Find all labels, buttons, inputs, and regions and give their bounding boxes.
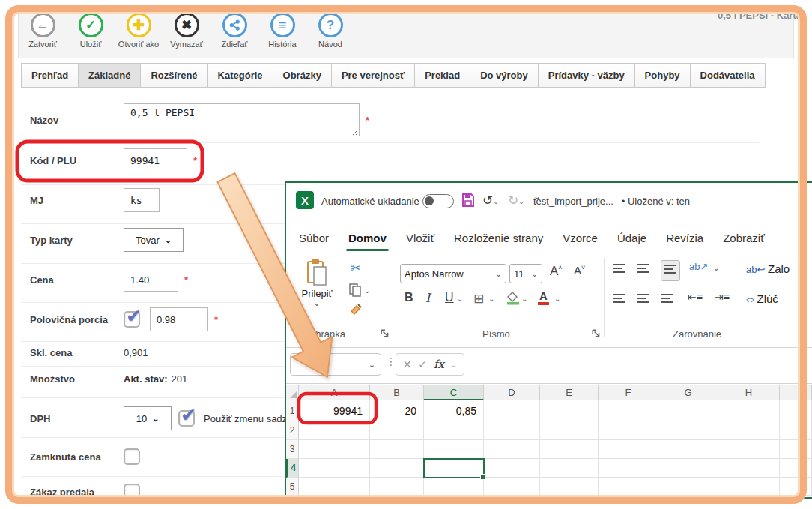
dialog-launcher-icon[interactable] [592,329,601,338]
column-header-e[interactable]: E [540,385,599,400]
tab-do-vyroby[interactable]: Do výroby [470,63,539,88]
nazov-input[interactable]: 0,5 l PEPSI [124,103,360,136]
share-button[interactable]: Zdieľať [210,13,258,49]
column-header-a[interactable]: A [299,385,370,400]
cell-g4[interactable] [658,459,718,478]
row-header-5[interactable]: 5 [286,478,299,496]
format-painter-icon[interactable] [349,303,363,316]
wrap-text-button[interactable]: ab↩ Zalo [746,262,790,275]
cell-e5[interactable] [540,478,599,496]
tab-pre-verejnost[interactable]: Pre verejnosť [331,63,415,88]
cancel-entry-icon[interactable]: ✕ [403,358,412,370]
save-button[interactable]: ✓ Uložiť [67,13,115,49]
cell-a5[interactable] [299,478,370,496]
cell-b1[interactable]: 20 [370,400,424,421]
align-top-icon[interactable] [613,262,626,277]
ribbon-tab-udaje[interactable]: Údaje [608,223,656,253]
cena-input[interactable] [124,268,178,292]
mj-input[interactable] [124,188,160,212]
cell-h1[interactable] [718,400,780,421]
row-header-1[interactable]: 1 [286,400,299,421]
typ-karty-select[interactable]: Tovar ⌄ [124,228,184,252]
copy-icon[interactable] [349,283,361,297]
help-button[interactable]: ? Návod [306,13,354,49]
increase-font-icon[interactable]: A˄ [550,264,563,279]
dph-select[interactable]: 10 ⌄ [124,406,172,430]
tab-dodavatelia[interactable]: Dodávatelia [690,63,766,88]
redo-icon[interactable]: ↻⌄ [508,193,524,208]
tab-pridavky-vazby[interactable]: Prídavky - väzby [538,63,635,88]
column-header-f[interactable]: F [599,385,658,400]
cell-b3[interactable] [370,440,424,459]
cell-h5[interactable] [718,478,780,496]
polovicna-porcia-input[interactable] [150,307,208,331]
cell-d1[interactable] [484,400,540,421]
increase-indent-icon[interactable]: ⇥≡ [715,291,730,303]
formula-input[interactable] [470,353,809,376]
orientation-icon[interactable]: ab↗ [689,261,708,272]
cell-f3[interactable] [599,440,658,459]
ribbon-tab-vzorce[interactable]: Vzorce [553,223,608,253]
cell-f1[interactable] [599,400,658,421]
align-left-icon[interactable] [613,292,626,307]
cell-a2[interactable] [299,421,370,440]
cell-e1[interactable] [540,400,599,421]
cell-b4[interactable] [370,459,424,478]
ribbon-tab-rozlozenie-strany[interactable]: Rozloženie strany [444,223,553,253]
formula-bar-grip[interactable]: ⋮ [386,355,396,367]
cell-e3[interactable] [540,440,599,459]
ribbon-tab-domov[interactable]: Domov [339,223,396,253]
chevron-down-icon[interactable]: ⌄ [364,286,370,295]
font-size-combo[interactable]: 11 ⌄ [509,264,542,283]
tab-rozsirene[interactable]: Rozšírené [140,63,207,88]
cell-f4[interactable] [599,459,658,478]
column-header-d[interactable]: D [484,385,540,400]
dialog-launcher-icon[interactable] [381,329,390,338]
cell-c4[interactable] [424,459,484,478]
chevron-down-icon[interactable]: ⌄ [713,264,719,272]
font-color-icon[interactable]: A [538,289,549,305]
cell-h3[interactable] [718,440,780,459]
cell-g5[interactable] [658,478,718,496]
tab-preklad[interactable]: Preklad [414,63,470,88]
cell-d2[interactable] [484,421,540,440]
dph-change-checkbox[interactable] [178,410,195,427]
cell-b2[interactable] [370,421,424,440]
chevron-down-icon[interactable]: ⌄ [451,361,457,369]
open-as-button[interactable]: ✚ Otvoriť ako [115,13,163,49]
ribbon-tab-zobrazit[interactable]: Zobraziť [713,223,775,253]
merge-center-button[interactable]: ⬄ Zlúč [746,292,778,305]
select-all-corner[interactable] [286,385,299,400]
ribbon-tab-subor[interactable]: Súbor [289,223,339,253]
tab-obrazky[interactable]: Obrázky [273,63,332,88]
undo-icon[interactable]: ↺⌄ [482,193,499,208]
cell-a3[interactable] [299,440,370,459]
confirm-entry-icon[interactable]: ✓ [418,358,427,370]
row-header-2[interactable]: 2 [286,421,299,440]
zamknuta-cena-checkbox[interactable] [124,448,140,465]
column-header-b[interactable]: B [370,385,424,400]
kod-plu-input[interactable] [124,148,187,172]
cell-g2[interactable] [658,421,718,440]
insert-function-icon[interactable]: fx [434,358,444,371]
tab-pohyby[interactable]: Pohyby [634,63,691,88]
cut-icon[interactable]: ✂ [351,261,360,275]
decrease-indent-icon[interactable]: ⇤≡ [688,291,703,303]
underline-button[interactable]: U [445,291,454,304]
cell-c3[interactable] [424,440,484,459]
cell-a1[interactable]: 99941 [299,400,370,421]
zakaz-predaja-checkbox[interactable] [124,484,140,500]
italic-button[interactable]: I [425,291,430,305]
font-name-combo[interactable]: Aptos Narrow ⌄ [400,264,506,283]
cell-d5[interactable] [484,478,540,496]
cell-c2[interactable] [424,421,484,440]
column-header-g[interactable]: G [658,385,718,400]
cell-c1[interactable]: 0,85 [424,400,484,421]
chevron-down-icon[interactable]: ⌄ [521,295,527,303]
delete-button[interactable]: ✖ Vymazať [163,13,210,49]
tab-prehlad[interactable]: Prehľad [21,63,79,88]
chevron-down-icon[interactable]: ⌄ [488,295,494,303]
cell-d3[interactable] [484,440,540,459]
paste-button[interactable]: Prilepiť ⌄ [294,259,340,325]
column-header-c[interactable]: C [424,385,484,400]
